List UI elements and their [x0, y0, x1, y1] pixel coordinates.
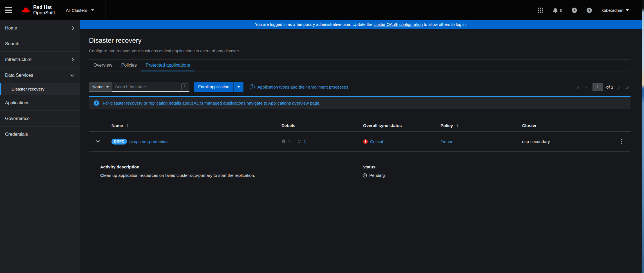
- chevron-down-icon: [96, 140, 100, 143]
- next-page-icon[interactable]: ›: [616, 84, 621, 90]
- status-value: Pending: [369, 173, 385, 178]
- temp-admin-banner: You are logged in as a temporary adminis…: [80, 20, 642, 29]
- page-count-label: of 1: [606, 85, 613, 89]
- table-header-row: Name↕ Details Overall sync status Policy…: [89, 120, 630, 132]
- application-name-link[interactable]: gitops-vm-protection: [129, 139, 168, 144]
- enroll-application-dropdown-toggle[interactable]: [233, 82, 243, 92]
- help-question-circle-icon[interactable]: ?: [587, 8, 592, 13]
- cluster-selector-label: All Clusters: [66, 8, 87, 13]
- enrollment-processes-help-link[interactable]: ? Application types and their enrollment…: [250, 84, 348, 89]
- search-box: /: [112, 82, 189, 92]
- chevron-down-icon: [626, 9, 629, 11]
- activity-description-text: Clean up application resources on failed…: [100, 173, 348, 178]
- application-cube-icon: [281, 139, 286, 144]
- sidebar-nav: Home Search Infrastructure Data Services…: [0, 20, 80, 273]
- chevron-right-icon: [72, 58, 74, 62]
- tabs-bar: Overview Policies Protected applications: [89, 59, 630, 71]
- pagination: « ‹ 1 of 1 › »: [575, 83, 630, 91]
- username: kube:admin: [601, 8, 623, 13]
- sidebar-item-search[interactable]: Search: [0, 36, 80, 52]
- banner-text: You are logged in as a temporary adminis…: [255, 22, 467, 27]
- sidebar-item-infrastructure[interactable]: Infrastructure: [0, 52, 80, 67]
- last-page-icon[interactable]: »: [624, 84, 630, 90]
- status-label: Status: [363, 164, 385, 169]
- notification-count: 6: [560, 8, 562, 13]
- sync-status-link[interactable]: Critical: [370, 139, 383, 144]
- import-plus-circle-icon[interactable]: +: [572, 8, 577, 13]
- previous-page-icon[interactable]: ‹: [584, 84, 589, 90]
- enroll-application-split-button: Enroll application: [194, 82, 243, 92]
- nav-toggle-hamburger-icon[interactable]: [5, 4, 16, 16]
- redhat-hat-icon: [21, 6, 30, 14]
- table-row: DRPC gitops-vm-protection: [89, 132, 630, 152]
- first-page-icon[interactable]: «: [575, 84, 581, 90]
- row-expanded-detail: Activity description Clean up applicatio…: [89, 152, 630, 192]
- redhat-openshift-logo[interactable]: Red Hat OpenShift: [21, 4, 55, 15]
- filter-type-dropdown[interactable]: Name: [89, 82, 112, 92]
- masthead: Red Hat OpenShift All Clusters: [0, 0, 642, 20]
- tab-policies[interactable]: Policies: [117, 60, 141, 71]
- critical-status-icon: [363, 139, 368, 144]
- column-header-cluster: Cluster: [518, 123, 612, 128]
- row-expand-toggle[interactable]: [89, 140, 107, 143]
- column-header-name[interactable]: Name↕: [107, 123, 277, 128]
- page-subtitle: Configure and recover your business crit…: [89, 48, 630, 53]
- chevron-down-icon: [70, 74, 74, 77]
- search-shortcut-badge: /: [181, 84, 187, 90]
- main-content: You are logged in as a temporary adminis…: [80, 20, 642, 273]
- sort-icon[interactable]: ↕: [456, 123, 459, 128]
- sync-arrows-icon: [297, 139, 302, 144]
- chevron-down-icon: [91, 9, 94, 11]
- sidebar-item-credentials[interactable]: Credentials: [0, 127, 80, 142]
- sort-icon[interactable]: ↕: [126, 123, 129, 128]
- app-launcher-grid-icon[interactable]: [538, 8, 543, 13]
- tab-protected-applications[interactable]: Protected applications: [141, 60, 194, 71]
- cluster-selector-dropdown[interactable]: All Clusters: [59, 0, 106, 20]
- application-count-link[interactable]: 1: [288, 139, 290, 144]
- search-input[interactable]: [115, 84, 181, 89]
- openshift-console: Red Hat OpenShift All Clusters: [0, 0, 644, 273]
- chevron-down-icon: [106, 86, 109, 88]
- notifications-bell-button[interactable]: 6: [553, 8, 562, 13]
- user-menu[interactable]: kube:admin: [601, 8, 629, 13]
- sidebar-item-applications[interactable]: Applications: [0, 95, 80, 111]
- toolbar: Name / Enroll application ? Application …: [89, 82, 630, 92]
- product-name: Red Hat OpenShift: [33, 4, 55, 15]
- column-header-details: Details: [277, 123, 359, 128]
- activity-description-label: Activity description: [100, 164, 348, 169]
- cluster-name: ocp-secondary: [522, 139, 550, 144]
- pending-status-icon: [363, 173, 367, 178]
- chevron-right-icon: [72, 26, 74, 30]
- sidebar-item-governance[interactable]: Governance: [0, 111, 80, 127]
- filter-type-label: Name: [92, 84, 104, 89]
- bell-icon: [553, 8, 558, 13]
- masthead-utilities: 6 + ? kube:admin: [538, 0, 642, 20]
- page-title: Disaster recovery: [89, 37, 630, 44]
- info-icon: i: [94, 100, 99, 106]
- protected-applications-table: Name↕ Details Overall sync status Policy…: [89, 120, 630, 192]
- column-header-overall-sync-status: Overall sync status: [359, 123, 436, 128]
- chevron-down-icon: [237, 86, 240, 88]
- desktop-wallpaper-strip: [642, 0, 644, 273]
- enroll-application-button[interactable]: Enroll application: [194, 82, 233, 92]
- sync-count-link[interactable]: 1: [304, 139, 306, 144]
- column-header-policy[interactable]: Policy↕: [436, 123, 518, 128]
- drpc-badge: DRPC: [111, 139, 127, 145]
- row-kebab-menu-icon[interactable]: [612, 137, 630, 146]
- question-circle-icon: ?: [250, 84, 255, 89]
- tab-overview[interactable]: Overview: [89, 60, 117, 71]
- masthead-brand-section: Red Hat OpenShift: [0, 0, 59, 20]
- sidebar-item-data-services[interactable]: Data Services: [0, 67, 80, 83]
- policy-link[interactable]: 2m-vm: [440, 139, 453, 144]
- cluster-oauth-configuration-link[interactable]: cluster OAuth configuration: [374, 22, 423, 27]
- sidebar-item-home[interactable]: Home: [0, 20, 80, 36]
- current-page-input[interactable]: 1: [592, 83, 603, 91]
- info-alert: i For disaster recovery or replication d…: [89, 96, 630, 109]
- info-alert-text: For disaster recovery or replication det…: [103, 101, 321, 105]
- sidebar-item-disaster-recovery[interactable]: Disaster recovery: [0, 83, 80, 95]
